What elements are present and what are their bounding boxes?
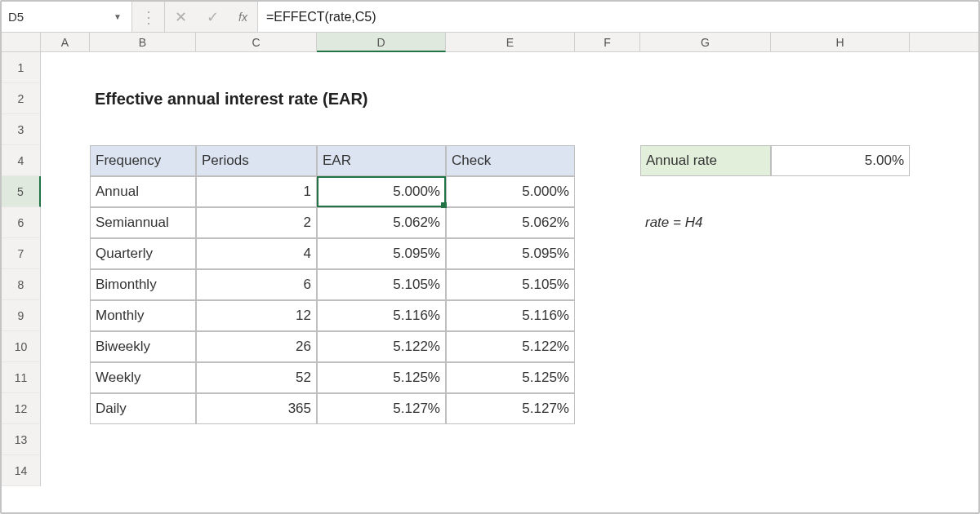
row-header-4[interactable]: 4 [2, 145, 40, 176]
th-ear[interactable]: EAR [317, 145, 446, 176]
cell-freq-0[interactable]: Annual [90, 176, 196, 207]
cell-freq-2[interactable]: Quarterly [90, 238, 196, 269]
row-header-3[interactable]: 3 [2, 114, 40, 145]
row-header-6[interactable]: 6 [2, 207, 40, 238]
cell-check-3[interactable]: 5.105% [446, 269, 575, 300]
cell-periods-4[interactable]: 12 [196, 300, 317, 331]
cell-check-4[interactable]: 5.116% [446, 300, 575, 331]
row-header-5[interactable]: 5 [2, 176, 41, 207]
cell-periods-2[interactable]: 4 [196, 238, 317, 269]
cell-freq-5[interactable]: Biweekly [90, 331, 196, 362]
row-header-11[interactable]: 11 [2, 362, 40, 393]
col-header-E[interactable]: E [446, 33, 575, 51]
cell-ear-1[interactable]: 5.062% [317, 207, 446, 238]
cell-freq-4[interactable]: Monthly [90, 300, 196, 331]
cell-freq-1[interactable]: Semiannual [90, 207, 196, 238]
th-periods[interactable]: Periods [196, 145, 317, 176]
cell-ear-2[interactable]: 5.095% [317, 238, 446, 269]
row-header-10[interactable]: 10 [2, 331, 40, 362]
cell-ear-6[interactable]: 5.125% [317, 362, 446, 393]
cell-freq-3[interactable]: Bimonthly [90, 269, 196, 300]
select-all-corner[interactable] [2, 33, 41, 51]
col-header-B[interactable]: B [90, 33, 196, 51]
cell-periods-7[interactable]: 365 [196, 393, 317, 424]
cell-check-1[interactable]: 5.062% [446, 207, 575, 238]
title-cell[interactable]: Effective annual interest rate (EAR) [90, 83, 498, 114]
cell-ear-3[interactable]: 5.105% [317, 269, 446, 300]
cell-check-5[interactable]: 5.122% [446, 331, 575, 362]
cells-area[interactable]: Effective annual interest rate (EAR) Fre… [41, 52, 978, 486]
cell-check-6[interactable]: 5.125% [446, 362, 575, 393]
row-headers: 1 2 3 4 5 6 7 8 9 10 11 12 13 14 [2, 52, 41, 486]
annual-rate-value[interactable]: 5.00% [771, 145, 910, 176]
cell-periods-0[interactable]: 1 [196, 176, 317, 207]
row-header-7[interactable]: 7 [2, 238, 40, 269]
spreadsheet-grid: 1 2 3 4 5 6 7 8 9 10 11 12 13 14 Effecti… [2, 52, 978, 486]
cancel-icon[interactable]: ✕ [175, 8, 187, 26]
chevron-down-icon[interactable]: ▼ [114, 12, 125, 21]
th-check[interactable]: Check [446, 145, 575, 176]
cell-periods-6[interactable]: 52 [196, 362, 317, 393]
cell-ear-0[interactable]: 5.000% [317, 176, 446, 207]
cell-check-2[interactable]: 5.095% [446, 238, 575, 269]
col-header-F[interactable]: F [575, 33, 640, 51]
rate-note[interactable]: rate = H4 [640, 207, 804, 238]
row-header-1[interactable]: 1 [2, 52, 40, 83]
th-frequency[interactable]: Frequency [90, 145, 196, 176]
cell-freq-7[interactable]: Daily [90, 393, 196, 424]
cell-reference: D5 [8, 10, 114, 24]
col-header-G[interactable]: G [640, 33, 771, 51]
cell-periods-1[interactable]: 2 [196, 207, 317, 238]
cell-check-0[interactable]: 5.000% [446, 176, 575, 207]
formula-bar: D5 ▼ ⋮ ✕ ✓ fx =EFFECT(rate,C5) [2, 2, 978, 33]
enter-icon[interactable]: ✓ [207, 8, 219, 26]
cell-periods-5[interactable]: 26 [196, 331, 317, 362]
annual-rate-label[interactable]: Annual rate [640, 145, 771, 176]
cell-periods-3[interactable]: 6 [196, 269, 317, 300]
col-header-D[interactable]: D [317, 33, 446, 52]
cell-ear-4[interactable]: 5.116% [317, 300, 446, 331]
row-header-2[interactable]: 2 [2, 83, 40, 114]
col-header-H[interactable]: H [771, 33, 910, 51]
row-header-14[interactable]: 14 [2, 455, 40, 486]
row-header-12[interactable]: 12 [2, 393, 40, 424]
name-box[interactable]: D5 ▼ [2, 2, 132, 32]
formula-bar-separator: ⋮ [132, 2, 165, 32]
cell-freq-6[interactable]: Weekly [90, 362, 196, 393]
row-header-8[interactable]: 8 [2, 269, 40, 300]
col-header-A[interactable]: A [41, 33, 90, 51]
row-header-9[interactable]: 9 [2, 300, 40, 331]
cell-ear-7[interactable]: 5.127% [317, 393, 446, 424]
formula-text: =EFFECT(rate,C5) [266, 10, 376, 24]
row-header-13[interactable]: 13 [2, 424, 40, 455]
formula-input[interactable]: =EFFECT(rate,C5) [258, 2, 978, 32]
column-headers: A B C D E F G H [2, 33, 978, 52]
col-header-C[interactable]: C [196, 33, 317, 51]
cell-check-7[interactable]: 5.127% [446, 393, 575, 424]
cell-ear-5[interactable]: 5.122% [317, 331, 446, 362]
fx-icon[interactable]: fx [238, 11, 247, 24]
formula-bar-buttons: ✕ ✓ fx [165, 2, 258, 32]
